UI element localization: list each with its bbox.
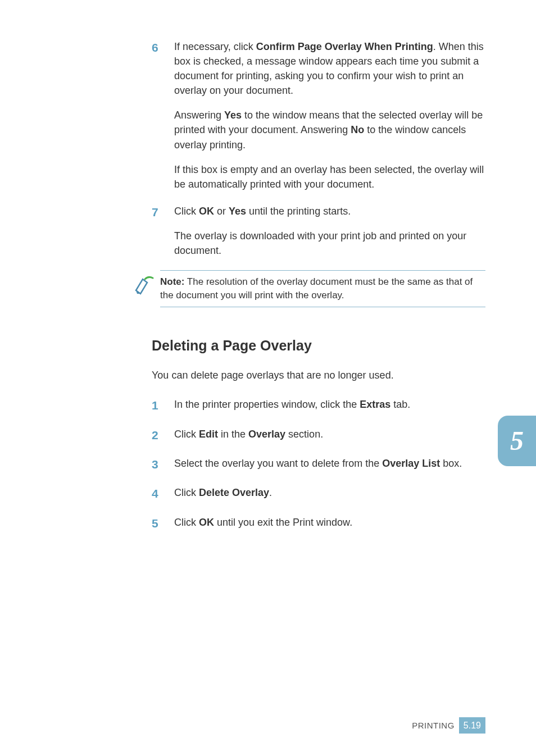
- text-run: Click: [174, 429, 199, 440]
- section-heading: Deleting a Page Overlay: [152, 335, 485, 356]
- step-number: 3: [152, 456, 174, 473]
- text-run: box.: [440, 458, 462, 469]
- step-body: Click Edit in the Overlay section.: [174, 427, 485, 444]
- text-run: tab.: [390, 399, 410, 410]
- step-paragraph: If necessary, click Confirm Page Overlay…: [174, 39, 485, 98]
- text-run: If necessary, click: [174, 41, 256, 52]
- bold-text: OK: [199, 517, 214, 528]
- step-body: If necessary, click Confirm Page Overlay…: [174, 39, 485, 192]
- bold-text: Delete Overlay: [199, 487, 269, 498]
- step-paragraph: Click OK until you exit the Print window…: [174, 515, 485, 530]
- note-label: Note:: [160, 276, 184, 287]
- step-paragraph: Click OK or Yes until the printing start…: [174, 204, 485, 218]
- footer-section-label: PRINTING: [412, 719, 455, 732]
- step-number: 4: [152, 485, 174, 502]
- note-block: Note: The resolution of the overlay docu…: [135, 270, 485, 307]
- text-run: If this box is empty and an overlay has …: [174, 164, 484, 190]
- bold-text: OK: [199, 206, 214, 217]
- note-icon: [135, 275, 160, 299]
- chapter-tab-number: 5: [510, 421, 524, 461]
- step-number: 5: [152, 515, 174, 532]
- step-paragraph: The overlay is downloaded with your prin…: [174, 229, 485, 258]
- intro-text: You can delete page overlays that are no…: [152, 368, 485, 382]
- step-paragraph: Answering Yes to the window means that t…: [174, 108, 485, 152]
- step-body: Click OK or Yes until the printing start…: [174, 204, 485, 258]
- step-number: 7: [152, 204, 174, 258]
- text-run: or: [214, 206, 229, 217]
- step: 7Click OK or Yes until the printing star…: [152, 204, 485, 258]
- step-body: In the printer properties window, click …: [174, 397, 485, 414]
- page-number-box: 5.19: [459, 717, 485, 734]
- bold-text: Overlay: [248, 429, 285, 440]
- bold-text: No: [351, 124, 364, 135]
- step: 4Click Delete Overlay.: [152, 485, 485, 502]
- step-paragraph: In the printer properties window, click …: [174, 397, 485, 412]
- bold-text: Yes: [229, 206, 246, 217]
- text-run: .: [269, 487, 272, 498]
- page-content: 6If necessary, click Confirm Page Overla…: [0, 0, 536, 532]
- text-run: Select the overlay you want to delete fr…: [174, 458, 382, 469]
- step: 2Click Edit in the Overlay section.: [152, 427, 485, 444]
- text-run: Click: [174, 517, 199, 528]
- text-run: in the: [218, 429, 248, 440]
- text-run: Answering: [174, 110, 224, 121]
- step-paragraph: If this box is empty and an overlay has …: [174, 162, 485, 192]
- bold-text: Edit: [199, 429, 218, 440]
- note-body: The resolution of the overlay document m…: [160, 276, 473, 300]
- step-body: Select the overlay you want to delete fr…: [174, 456, 485, 473]
- step-paragraph: Click Edit in the Overlay section.: [174, 427, 485, 441]
- note-text: Note: The resolution of the overlay docu…: [160, 270, 485, 307]
- page-footer: PRINTING 5.19: [412, 717, 485, 734]
- step: 1In the printer properties window, click…: [152, 397, 485, 414]
- bold-text: Extras: [360, 399, 390, 410]
- text-run: In the printer properties window, click …: [174, 399, 360, 410]
- bold-text: Confirm Page Overlay When Printing: [256, 41, 433, 52]
- footer-chapter: 5: [464, 721, 469, 730]
- bold-text: Yes: [224, 110, 242, 121]
- text-run: The overlay is downloaded with your prin…: [174, 230, 466, 256]
- text-run: until you exit the Print window.: [214, 517, 352, 528]
- step-number: 1: [152, 397, 174, 414]
- text-run: section.: [285, 429, 323, 440]
- step: 3Select the overlay you want to delete f…: [152, 456, 485, 473]
- step-number: 6: [152, 39, 174, 192]
- step-paragraph: Click Delete Overlay.: [174, 485, 485, 500]
- step-body: Click Delete Overlay.: [174, 485, 485, 502]
- step-paragraph: Select the overlay you want to delete fr…: [174, 456, 485, 471]
- step-body: Click OK until you exit the Print window…: [174, 515, 485, 532]
- text-run: Click: [174, 487, 199, 498]
- step: 5Click OK until you exit the Print windo…: [152, 515, 485, 532]
- step-number: 2: [152, 427, 174, 444]
- text-run: Click: [174, 206, 199, 217]
- text-run: until the printing starts.: [246, 206, 351, 217]
- bold-text: Overlay List: [382, 458, 440, 469]
- step: 6If necessary, click Confirm Page Overla…: [152, 39, 485, 192]
- footer-page: 19: [471, 721, 481, 730]
- chapter-tab: 5: [498, 416, 536, 466]
